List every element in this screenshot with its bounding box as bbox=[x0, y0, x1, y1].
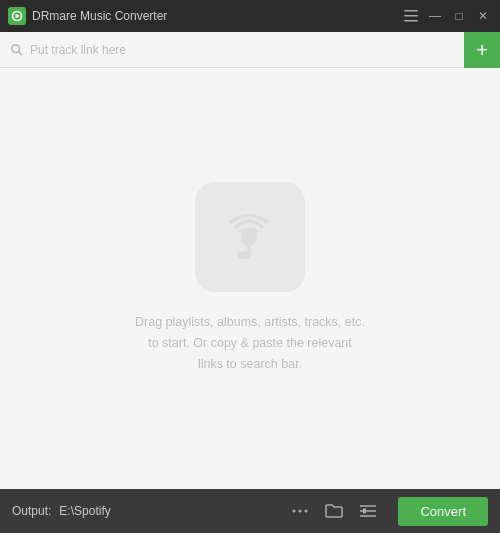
format-list-button[interactable] bbox=[354, 497, 382, 525]
svg-rect-4 bbox=[404, 20, 418, 22]
footer-icons bbox=[286, 497, 382, 525]
svg-point-12 bbox=[305, 510, 308, 513]
search-input-wrapper bbox=[0, 32, 464, 67]
drop-text-line2: to start. Or copy & paste the relevant bbox=[148, 336, 352, 350]
titlebar: DRmare Music Converter — □ ✕ bbox=[0, 0, 500, 32]
drop-area: Drag playlists, albums, artists, tracks,… bbox=[0, 68, 500, 489]
drop-text-line1: Drag playlists, albums, artists, tracks,… bbox=[135, 315, 365, 329]
svg-point-5 bbox=[12, 44, 20, 52]
minimize-button[interactable]: — bbox=[426, 7, 444, 25]
output-path: E:\Spotify bbox=[59, 504, 278, 518]
app-icon bbox=[8, 7, 26, 25]
search-input[interactable] bbox=[30, 43, 454, 57]
music-note-icon bbox=[218, 204, 283, 269]
open-folder-button[interactable] bbox=[320, 497, 348, 525]
svg-point-9 bbox=[237, 251, 250, 259]
maximize-button[interactable]: □ bbox=[450, 7, 468, 25]
music-icon-container bbox=[195, 182, 305, 292]
svg-rect-16 bbox=[363, 509, 366, 514]
app-title: DRmare Music Converter bbox=[32, 9, 167, 23]
footer: Output: E:\Spotify Convert bbox=[0, 489, 500, 533]
output-label: Output: bbox=[12, 504, 51, 518]
convert-button[interactable]: Convert bbox=[398, 497, 488, 526]
more-options-button[interactable] bbox=[286, 497, 314, 525]
svg-line-6 bbox=[19, 51, 23, 55]
drop-text-line3: links to search bar. bbox=[198, 357, 302, 371]
add-button[interactable]: + bbox=[464, 32, 500, 68]
menu-icon[interactable] bbox=[402, 7, 420, 25]
search-icon bbox=[10, 43, 24, 57]
svg-point-11 bbox=[299, 510, 302, 513]
svg-point-10 bbox=[293, 510, 296, 513]
drop-text: Drag playlists, albums, artists, tracks,… bbox=[135, 312, 365, 376]
search-bar: + bbox=[0, 32, 500, 68]
svg-rect-2 bbox=[404, 10, 418, 12]
titlebar-left: DRmare Music Converter bbox=[8, 7, 167, 25]
svg-marker-1 bbox=[16, 14, 21, 19]
svg-rect-3 bbox=[404, 15, 418, 17]
close-button[interactable]: ✕ bbox=[474, 7, 492, 25]
main-content: + Drag playlists, albums, artists, track… bbox=[0, 32, 500, 489]
window-controls: — □ ✕ bbox=[402, 7, 492, 25]
